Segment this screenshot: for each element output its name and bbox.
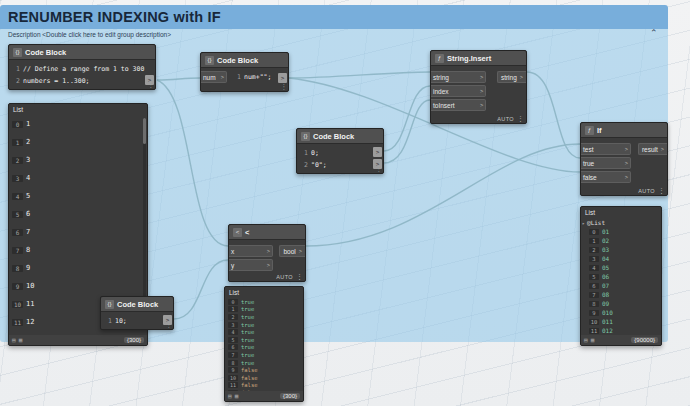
code-line[interactable]: 2 numbers = 1..300; <box>9 75 155 87</box>
preview-header[interactable]: List <box>581 207 661 218</box>
list-item[interactable]: 0 01 <box>589 227 658 236</box>
list-item[interactable]: 4 true <box>228 328 300 336</box>
kebab-menu-icon[interactable]: ⋮ <box>148 82 155 88</box>
input-port[interactable]: num > <box>201 71 227 83</box>
node-header[interactable]: {} Code Block <box>9 45 155 60</box>
input-port[interactable]: y > <box>229 259 273 271</box>
list-item[interactable]: 2 03 <box>589 245 658 254</box>
node-header[interactable]: {} Code Block <box>101 297 173 312</box>
list-item[interactable]: 8 09 <box>589 299 658 308</box>
list-item[interactable]: 9 010 <box>589 308 658 317</box>
node-less-than[interactable]: < < x > y > bool > AUTO ⋮ <box>228 224 306 282</box>
list-item[interactable]: 7 true <box>228 351 300 359</box>
node-header[interactable]: {} Code Block <box>201 53 288 68</box>
dynamo-canvas[interactable]: RENUMBER INDEXING with IF Description <D… <box>0 0 690 406</box>
port-label: true <box>583 160 594 167</box>
kebab-menu-icon[interactable]: ⋮ <box>166 322 173 328</box>
port-chevron-icon: > <box>267 248 270 254</box>
list-item[interactable]: 3 true <box>228 321 300 329</box>
list-item[interactable]: 11 012 <box>589 326 658 335</box>
group-collapse-icon[interactable]: ⌃ <box>650 29 658 38</box>
list-item[interactable]: 11 false <box>228 382 300 390</box>
preview-footer-icon[interactable]: ▦ <box>591 337 595 343</box>
output-port[interactable]: > <box>373 147 382 157</box>
node-string-insert[interactable]: ƒ String.Insert string > index > toInser… <box>430 50 527 124</box>
output-port[interactable]: bool > <box>279 245 305 257</box>
preview-footer-icon[interactable]: ▤ <box>584 337 588 343</box>
list-item[interactable]: 7 08 <box>589 290 658 299</box>
list-item[interactable]: 2 3 <box>12 151 144 169</box>
output-port[interactable]: result > <box>638 143 667 155</box>
preview-footer-icon[interactable]: ▤ <box>12 337 16 343</box>
port-label: result <box>642 146 658 153</box>
list-item[interactable]: 10 false <box>228 374 300 382</box>
lacing-label[interactable]: AUTO <box>276 274 293 280</box>
node-code-block-3[interactable]: {} Code Block 1 0; 2 "0"; > > ⋮ <box>296 128 384 174</box>
item-index: 1 <box>228 306 238 312</box>
list-item[interactable]: 9 false <box>228 366 300 374</box>
list-item[interactable]: 5 true <box>228 336 300 344</box>
preview-result[interactable]: List ▸ @List 0 01 1 02 2 03 3 04 4 05 5 … <box>580 206 662 346</box>
input-port[interactable]: true > <box>581 157 631 169</box>
list-item[interactable]: 5 6 <box>12 205 144 223</box>
group-description[interactable]: Description <Double click here to edit g… <box>8 31 171 38</box>
list-item[interactable]: 1 2 <box>12 133 144 151</box>
list-item[interactable]: 9 10 <box>12 277 144 295</box>
item-index: 9 <box>228 367 238 373</box>
input-port[interactable]: index > <box>431 85 486 97</box>
list-item[interactable]: 8 9 <box>12 259 144 277</box>
node-header[interactable]: {} Code Block <box>297 129 383 144</box>
node-header[interactable]: < < <box>229 225 305 240</box>
list-item[interactable]: 6 7 <box>12 223 144 241</box>
lacing-label[interactable]: AUTO <box>638 188 655 194</box>
list-root-row[interactable]: ▸ @List <box>581 218 661 227</box>
list-item[interactable]: 4 5 <box>12 187 144 205</box>
expander-icon[interactable]: ▸ <box>582 220 585 226</box>
list-item[interactable]: 1 02 <box>589 236 658 245</box>
preview-bools[interactable]: List 0 true 1 true 2 true 3 true 4 true … <box>224 286 304 402</box>
list-item[interactable]: 2 true <box>228 313 300 321</box>
input-port[interactable]: x > <box>229 245 273 257</box>
kebab-menu-icon[interactable]: ⋮ <box>517 115 524 122</box>
node-header[interactable]: ƒ String.Insert <box>431 51 526 66</box>
kebab-menu-icon[interactable]: ⋮ <box>376 166 383 172</box>
code-line[interactable]: 2 "0"; <box>297 159 383 171</box>
output-port[interactable]: > <box>278 73 287 83</box>
node-code-block-4[interactable]: {} Code Block 1 10; > ⋮ <box>100 296 174 330</box>
kebab-menu-icon[interactable]: ⋮ <box>658 187 665 194</box>
node-code-block-1[interactable]: {} Code Block 1 // Define a range from 1… <box>8 44 156 90</box>
kebab-menu-icon[interactable]: ⋮ <box>281 84 288 90</box>
node-if[interactable]: ƒ If test > true > false > result > AUTO <box>580 122 668 196</box>
input-port[interactable]: string > <box>431 71 486 83</box>
list-item[interactable]: 6 07 <box>589 281 658 290</box>
node-header[interactable]: ƒ If <box>581 123 667 138</box>
input-port[interactable]: toInsert > <box>431 99 486 111</box>
list-item[interactable]: 8 true <box>228 359 300 367</box>
lacing-label[interactable]: AUTO <box>497 116 514 122</box>
node-code-block-2[interactable]: {} Code Block num > 1 num+""; > ⋮ <box>200 52 289 92</box>
list-item[interactable]: 3 04 <box>589 254 658 263</box>
preview-header[interactable]: List <box>225 287 303 298</box>
list-item[interactable]: 7 8 <box>12 241 144 259</box>
preview-header[interactable]: List <box>9 104 147 115</box>
output-port[interactable]: string > <box>497 71 526 83</box>
preview-footer-icon[interactable]: ▦ <box>19 337 23 343</box>
scrollbar-thumb[interactable] <box>143 118 146 144</box>
preview-footer-icon[interactable]: ▦ <box>235 393 239 399</box>
list-item[interactable]: 6 true <box>228 344 300 352</box>
code-line[interactable]: 1 // Define a range from 1 to 300 <box>9 63 155 75</box>
list-item[interactable]: 4 05 <box>589 263 658 272</box>
list-item[interactable]: 3 4 <box>12 169 144 187</box>
list-item[interactable]: 0 1 <box>12 115 144 133</box>
kebab-menu-icon[interactable]: ⋮ <box>296 273 303 280</box>
list-item[interactable]: 0 true <box>228 298 300 306</box>
code-line[interactable]: 1 0; <box>297 147 383 159</box>
list-item[interactable]: 10 011 <box>589 317 658 326</box>
list-item[interactable]: 5 06 <box>589 272 658 281</box>
preview-footer-icon[interactable]: ▤ <box>228 393 232 399</box>
input-port[interactable]: test > <box>581 143 631 155</box>
group-header[interactable]: RENUMBER INDEXING with IF <box>0 5 668 29</box>
list-item[interactable]: 1 true <box>228 306 300 314</box>
item-index: 5 <box>12 211 23 218</box>
input-port[interactable]: false > <box>581 171 631 183</box>
